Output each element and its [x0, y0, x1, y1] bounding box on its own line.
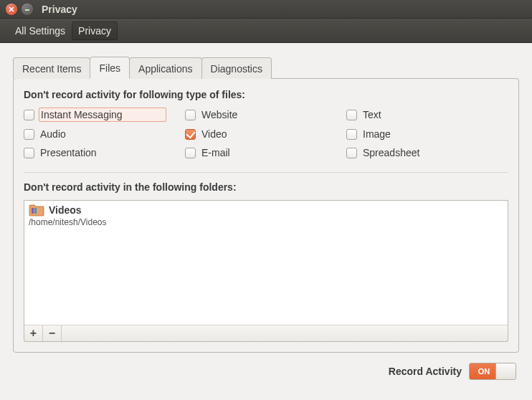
checkbox-label: Audio: [39, 128, 109, 141]
checkbox-video[interactable]: Video: [185, 128, 346, 141]
filetypes-heading: Don't record activity for following type…: [24, 89, 508, 100]
checkbox-text[interactable]: Text: [346, 108, 490, 122]
checkbox-email[interactable]: E-mail: [185, 146, 346, 159]
record-activity-label: Record Activity: [389, 366, 462, 377]
checkbox-instant-messaging[interactable]: Instant Messaging: [24, 108, 185, 122]
checkbox-label: Video: [200, 128, 270, 141]
breadcrumb: All Settings Privacy: [0, 19, 532, 43]
checkbox-box: [185, 110, 196, 120]
checkbox-box: [185, 148, 196, 158]
record-activity-switch[interactable]: ON: [469, 363, 516, 380]
checkbox-box: [24, 110, 34, 120]
checkbox-image[interactable]: Image: [346, 128, 490, 141]
tab-diagnostics[interactable]: Diagnostics: [201, 57, 272, 79]
checkbox-label: Website: [200, 108, 280, 121]
checkbox-box: [346, 148, 357, 158]
checkbox-box: [185, 129, 196, 140]
checkbox-box: [346, 129, 357, 140]
checkbox-box: [346, 110, 357, 120]
checkbox-audio[interactable]: Audio: [24, 128, 185, 141]
checkbox-label: Presentation: [39, 146, 140, 159]
folders-heading: Don't record activity in the following f…: [24, 181, 508, 193]
folder-list[interactable]: Videos /home/nitesh/Videos: [24, 200, 508, 325]
divider: [24, 172, 508, 173]
remove-folder-button[interactable]: −: [43, 325, 62, 341]
folder-path: /home/nitesh/Videos: [29, 217, 503, 227]
tabs: Recent Items Files Applications Diagnost…: [13, 56, 519, 78]
tab-panel-files: Don't record activity for following type…: [13, 78, 519, 353]
tab-recent-items[interactable]: Recent Items: [13, 57, 90, 79]
checkbox-label: Text: [361, 108, 424, 121]
checkbox-label: E-mail: [200, 146, 273, 159]
svg-rect-4: [34, 208, 37, 214]
checkbox-label: Image: [361, 128, 434, 141]
switch-on-label: ON: [470, 363, 498, 379]
folder-name: Videos: [49, 204, 82, 216]
checkbox-box: [24, 148, 34, 158]
breadcrumb-privacy[interactable]: Privacy: [72, 22, 118, 40]
checkbox-label: Spreadsheet: [361, 146, 462, 159]
breadcrumb-all-settings[interactable]: All Settings: [9, 22, 72, 40]
tab-files[interactable]: Files: [90, 57, 130, 79]
close-icon: [8, 6, 15, 13]
switch-knob: [495, 363, 516, 379]
folder-list-item[interactable]: Videos /home/nitesh/Videos: [24, 201, 508, 229]
folder-list-toolbar: + −: [24, 325, 508, 342]
content-area: Recent Items Files Applications Diagnost…: [0, 43, 532, 400]
checkbox-website[interactable]: Website: [185, 108, 346, 122]
window-title: Privacy: [42, 4, 77, 15]
titlebar: Privacy: [0, 0, 532, 19]
minimize-icon: [24, 6, 31, 13]
minimize-window-button[interactable]: [22, 4, 33, 15]
add-folder-button[interactable]: +: [24, 325, 43, 341]
checkbox-presentation[interactable]: Presentation: [24, 146, 185, 159]
filetype-grid: Instant Messaging Website Text Audio Vid…: [24, 108, 508, 159]
checkbox-box: [24, 129, 34, 140]
tab-applications[interactable]: Applications: [129, 57, 202, 79]
checkbox-label: Instant Messaging: [39, 108, 166, 122]
checkbox-spreadsheet[interactable]: Spreadsheet: [346, 146, 490, 159]
folder-videos-icon: [29, 204, 44, 216]
footer: Record Activity ON: [13, 353, 519, 381]
close-window-button[interactable]: [6, 4, 17, 15]
svg-rect-3: [32, 208, 34, 214]
